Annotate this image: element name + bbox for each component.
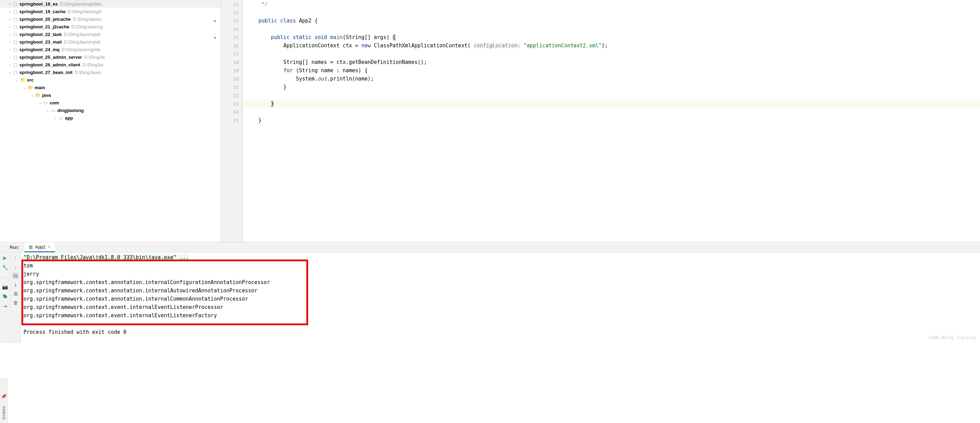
tree-item-path: D:\DingJia [82, 62, 103, 67]
chevron-icon[interactable]: ⌄ [37, 101, 43, 105]
console-line: org.springframework.context.annotation.i… [21, 295, 980, 303]
method: main [330, 34, 343, 40]
code: (String name : names) { [293, 67, 368, 73]
line-number[interactable]: 16 [221, 42, 242, 50]
tree-item[interactable]: ⌄📁src [0, 76, 221, 84]
chevron-icon[interactable]: › [7, 25, 13, 29]
chevron-icon[interactable]: ⌄ [14, 78, 20, 82]
chevron-icon[interactable]: › [7, 17, 13, 21]
trash-icon[interactable]: 🗑 [13, 300, 19, 306]
folder-icon: ▢ [13, 9, 18, 14]
line-number[interactable]: 11 [221, 0, 242, 8]
gutter-split [242, 0, 243, 242]
line-number[interactable]: 14 [221, 25, 242, 33]
line-number[interactable]: 22 [221, 91, 242, 99]
tree-item[interactable]: ›▢springboot_20_jetcacheD:\DingJiaxion [0, 15, 221, 23]
chevron-icon[interactable]: ⌄ [22, 86, 28, 89]
kw: class [280, 18, 296, 24]
tree-item[interactable]: ›▢springboot_23_mailD:\DingJiaxiong\Id [0, 38, 221, 46]
tree-item-path: D:\DingJiaxiong\Ide [62, 47, 100, 52]
exit-icon[interactable]: ⇥ [2, 303, 8, 309]
chevron-icon[interactable]: › [7, 40, 13, 44]
chevron-icon[interactable]: › [7, 10, 13, 13]
tree-item[interactable]: ›▢springboot_22_taskD:\DingJiaxiong\Id [0, 30, 221, 38]
tree-item[interactable]: ⌄📁main [0, 84, 221, 91]
brace: { [392, 34, 396, 40]
code: System. [246, 76, 318, 82]
up-icon[interactable]: ↑ [13, 255, 19, 261]
code: (String[] args) [343, 34, 393, 40]
soft-wrap-icon[interactable]: ⇆ [13, 273, 19, 279]
chevron-icon[interactable]: ⌄ [7, 70, 13, 74]
bug-icon[interactable]: 🪲 [2, 294, 8, 300]
tree-item-name: springboot_27_bean_init [19, 70, 73, 75]
run-tab[interactable]: ▦ App2 ✕ [24, 242, 54, 252]
folder-icon: ▢ [13, 1, 18, 6]
console-line: org.springframework.context.annotation.i… [21, 286, 980, 295]
line-number[interactable]: 25 [221, 116, 242, 125]
code: .println(name); [327, 76, 374, 82]
tree-item[interactable]: ⌄▢springboot_27_bean_initD:\DingJiaxio [0, 69, 221, 76]
chevron-icon[interactable]: › [7, 2, 13, 6]
tree-item-name: main [35, 85, 45, 90]
run-line-icon[interactable]: ▶ [214, 35, 216, 40]
close-icon[interactable]: ✕ [48, 245, 51, 249]
console-output[interactable]: "D:\Program Files\Java\jdk1.8.0_333\bin\… [21, 253, 980, 343]
line-number[interactable]: 18 [221, 58, 242, 66]
tree-item[interactable]: ›▢springboot_19_cacheD:\DingJiaxiong\I [0, 8, 221, 15]
code: String[] names = ctx.getBeanDefinitionNa… [246, 59, 427, 65]
tree-item[interactable]: ›▢springboot_26_admin_clientD:\DingJia [0, 61, 221, 69]
chevron-icon[interactable]: ⌄ [45, 109, 51, 112]
tree-item[interactable]: ›▢springboot_21_j2cacheD:\DingJiaxiong [0, 23, 221, 30]
code-editor[interactable]: */ public class App2 { public static voi… [243, 0, 980, 242]
console-exit: Process finished with exit code 0 [21, 328, 980, 336]
tree-item-name: springboot_21_j2cache [19, 24, 70, 29]
code: } [246, 117, 261, 123]
tree-item[interactable]: ⌄📁java [0, 91, 221, 99]
kw: for [283, 67, 293, 73]
chevron-icon[interactable]: › [7, 63, 13, 67]
line-number[interactable]: 24 [221, 108, 242, 116]
tree-item-path: D:\DingJiaxiong\Idea [60, 2, 101, 6]
line-number[interactable]: 17 [221, 50, 242, 58]
run-panel: Run: ▦ App2 ✕ ▶ 🔧 — 📷 🪲 ⇥ ↑ ↓ ⇆ ⤓ 🖶 🗑 "D… [0, 242, 980, 343]
kw: static [293, 34, 311, 40]
wrench-icon[interactable]: 🔧 [2, 264, 8, 271]
tree-item-name: dingjiaxiong [57, 108, 84, 113]
tree-item[interactable]: ›▢springboot_25_admin_serverD:\DingJia [0, 53, 221, 61]
gutter[interactable]: 1112▶1314▶1516171819202122232425 [221, 0, 242, 242]
print-icon[interactable]: 🖶 [13, 291, 19, 297]
line-number[interactable]: 21 [221, 83, 242, 91]
folder-icon: ▢ [13, 62, 18, 67]
chevron-icon[interactable]: ⌄ [30, 93, 35, 97]
line-number[interactable]: ▶13 [221, 17, 242, 25]
line-number[interactable]: 23 [221, 99, 242, 108]
tree-item[interactable]: ⌄▭dingjiaxiong [0, 107, 221, 114]
brace: } [271, 101, 274, 107]
line-number[interactable]: 20 [221, 75, 242, 83]
tree-item[interactable]: ⌄▭com [0, 99, 221, 107]
tree-item[interactable]: ›▭app [0, 114, 221, 122]
scroll-end-icon[interactable]: ⤓ [13, 282, 19, 288]
tree-item[interactable]: ›▢springboot_24_mqD:\DingJiaxiong\Ide [0, 46, 221, 53]
project-tree[interactable]: ›▢springboot_18_esD:\DingJiaxiong\Idea›▢… [0, 0, 221, 242]
chevron-icon[interactable]: › [7, 48, 13, 51]
line-number[interactable]: 12 [221, 8, 242, 17]
folder-icon: ▢ [13, 39, 18, 45]
folder-icon: ▢ [13, 32, 18, 37]
tree-item-name: springboot_23_mail [19, 39, 62, 45]
chevron-icon[interactable]: › [7, 55, 13, 59]
run-line-icon[interactable]: ▶ [214, 19, 216, 23]
tree-item[interactable]: ›▢springboot_18_esD:\DingJiaxiong\Idea [0, 0, 221, 8]
camera-icon[interactable]: 📷 [2, 284, 8, 290]
chevron-icon[interactable]: › [7, 32, 13, 36]
down-icon[interactable]: ↓ [13, 264, 19, 270]
chevron-icon[interactable]: › [52, 116, 58, 120]
tree-item-path: D:\DingJiaxiong [72, 24, 103, 29]
tree-item-path: D:\DingJiaxiong\Id [64, 32, 100, 37]
rerun-icon[interactable]: ▶ [2, 255, 8, 261]
line-number[interactable]: ▶15 [221, 33, 242, 42]
console-line: org.springframework.context.event.intern… [21, 303, 980, 311]
line-number[interactable]: 19 [221, 66, 242, 75]
run-config-icon: ▦ [29, 244, 33, 249]
